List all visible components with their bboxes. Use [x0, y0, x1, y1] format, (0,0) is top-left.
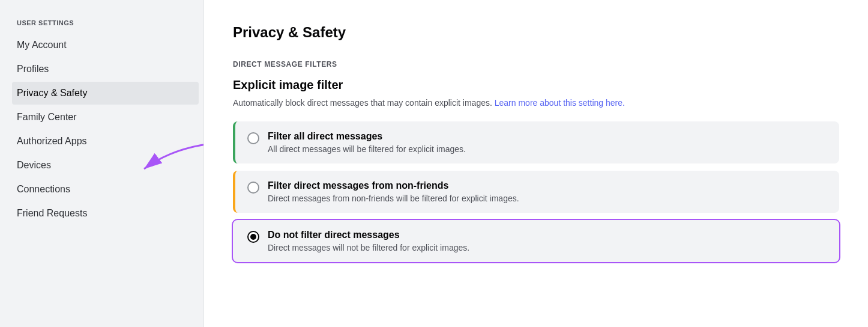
learn-more-link[interactable]: Learn more about this setting here. [495, 98, 625, 108]
sidebar-item-profiles[interactable]: Profiles [12, 58, 199, 81]
radio-option-filter-all[interactable]: Filter all direct messages All direct me… [233, 121, 839, 164]
radio-circle-no-filter [247, 231, 259, 243]
radio-label-no-filter: Do not filter direct messages [268, 230, 469, 240]
radio-text-no-filter: Do not filter direct messages Direct mes… [268, 230, 469, 252]
sidebar-item-privacy-safety[interactable]: Privacy & Safety [12, 82, 199, 105]
main-content: Privacy & Safety DIRECT MESSAGE FILTERS … [204, 0, 868, 327]
radio-label-filter-all: Filter all direct messages [268, 131, 466, 142]
sidebar-item-devices[interactable]: Devices [12, 154, 199, 177]
radio-circle-filter-all [247, 132, 259, 144]
sidebar-section-label: USER SETTINGS [12, 14, 203, 31]
sidebar-item-friend-requests[interactable]: Friend Requests [12, 202, 199, 225]
sidebar-item-family-center[interactable]: Family Center [12, 106, 199, 129]
radio-text-filter-all: Filter all direct messages All direct me… [268, 131, 466, 154]
sidebar: USER SETTINGS My Account Profiles Privac… [0, 0, 204, 327]
sidebar-item-my-account[interactable]: My Account [12, 34, 199, 57]
filter-title: Explicit image filter [233, 78, 839, 92]
radio-sublabel-filter-all: All direct messages will be filtered for… [268, 144, 466, 154]
radio-sublabel-no-filter: Direct messages will not be filtered for… [268, 243, 469, 252]
sidebar-item-connections[interactable]: Connections [12, 178, 199, 201]
radio-sublabel-filter-non-friends: Direct messages from non-friends will be… [268, 194, 519, 203]
radio-circle-filter-non-friends [247, 182, 259, 194]
sidebar-item-authorized-apps[interactable]: Authorized Apps [12, 130, 199, 153]
radio-options-group: Filter all direct messages All direct me… [233, 121, 839, 262]
radio-label-filter-non-friends: Filter direct messages from non-friends [268, 180, 519, 191]
page-title: Privacy & Safety [233, 24, 839, 41]
filter-description: Automatically block direct messages that… [233, 97, 839, 109]
radio-option-no-filter[interactable]: Do not filter direct messages Direct mes… [233, 220, 839, 262]
radio-text-filter-non-friends: Filter direct messages from non-friends … [268, 180, 519, 203]
section-label: DIRECT MESSAGE FILTERS [233, 60, 839, 69]
radio-option-filter-non-friends[interactable]: Filter direct messages from non-friends … [233, 171, 839, 213]
sidebar-nav: My Account Profiles Privacy & Safety Fam… [12, 34, 203, 225]
